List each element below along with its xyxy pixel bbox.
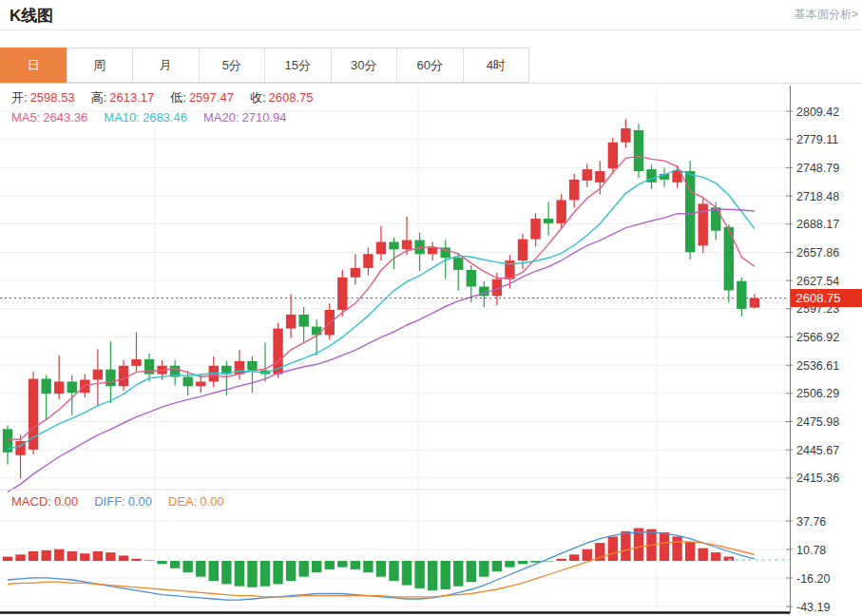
candle-body xyxy=(54,381,64,394)
y-axis-label: 2536.61 xyxy=(796,359,839,373)
macd-bar xyxy=(3,557,12,561)
candle-rise xyxy=(286,294,296,337)
macd-bar xyxy=(672,536,681,561)
candle-rise xyxy=(402,217,412,255)
candle-body xyxy=(608,143,618,168)
tab-day[interactable]: 日 xyxy=(0,48,67,83)
tab-m15[interactable]: 15分 xyxy=(264,48,332,83)
candle-body xyxy=(428,247,437,254)
candle-body xyxy=(131,359,141,366)
candle-body xyxy=(80,379,89,393)
current-price-value: 2608.75 xyxy=(796,291,841,305)
macd-bar xyxy=(93,551,103,561)
y-axis-label: 2718.48 xyxy=(796,190,839,203)
candle-rise xyxy=(530,213,540,246)
candle-body xyxy=(196,381,205,386)
macd-bar xyxy=(711,552,720,561)
macd-bar xyxy=(247,561,257,587)
candle-fall xyxy=(41,375,50,420)
macd-bar xyxy=(453,561,463,587)
candle-body xyxy=(119,366,128,387)
tab-m30[interactable]: 30分 xyxy=(331,48,398,83)
candle-fall xyxy=(544,202,553,235)
macd-y-axis-label: -16.20 xyxy=(796,572,830,586)
macd-pane[interactable]: 37.7610.78-16.20-43.19 xyxy=(0,515,830,614)
tab-m60[interactable]: 60分 xyxy=(396,48,464,83)
macd-bar xyxy=(556,559,565,561)
y-axis-label: 2445.67 xyxy=(796,444,839,457)
candle-body xyxy=(530,219,540,240)
y-axis-label: 2809.42 xyxy=(796,106,839,119)
candle-fall xyxy=(389,238,398,269)
tab-h4[interactable]: 4时 xyxy=(463,48,530,83)
macd-bar xyxy=(15,554,25,561)
candle-rise xyxy=(93,349,103,407)
main-pane[interactable]: 2809.422779.112748.792718.482688.172657.… xyxy=(0,106,839,492)
macd-bar xyxy=(699,549,708,561)
macd-bar xyxy=(273,561,282,584)
macd-bar xyxy=(144,560,154,561)
candle-body xyxy=(544,219,553,223)
macd-bar xyxy=(54,549,64,561)
period-tab-bar: 日周月5分15分30分60分4时 xyxy=(0,48,862,84)
y-axis-label: 2657.86 xyxy=(796,246,839,260)
candle-rise xyxy=(29,372,38,454)
page-title: K线图 xyxy=(10,5,53,27)
candle-body xyxy=(595,171,604,183)
macd-bar xyxy=(428,561,437,590)
macd-bar xyxy=(260,561,270,587)
macd-bar xyxy=(685,542,695,561)
candle-body xyxy=(312,327,321,336)
macd-bar xyxy=(402,561,412,586)
candle-fall xyxy=(646,164,656,188)
candle-body xyxy=(298,315,308,327)
y-axis-label: 2506.29 xyxy=(796,387,839,400)
candle-fall xyxy=(414,233,424,271)
candle-rise xyxy=(699,198,708,253)
candle-fall xyxy=(660,167,669,187)
tab-month[interactable]: 月 xyxy=(132,48,200,83)
macd-bar xyxy=(157,561,166,564)
candle-body xyxy=(105,370,115,387)
candle-body xyxy=(67,381,77,393)
y-axis-label: 2566.92 xyxy=(796,331,839,344)
macd-bar xyxy=(80,553,89,561)
candle-body xyxy=(711,207,720,230)
candle-fall xyxy=(737,278,746,317)
candle-body xyxy=(621,128,630,143)
kline-chart-canvas[interactable]: 2809.422779.112748.792718.482688.172657.… xyxy=(0,84,862,616)
macd-bar xyxy=(621,531,630,561)
candle-rise xyxy=(376,226,386,260)
chart-area: 2809.422779.112748.792718.482688.172657.… xyxy=(0,84,862,616)
macd-y-axis-label: 10.78 xyxy=(796,544,826,557)
macd-bar xyxy=(569,554,579,561)
candle-body xyxy=(93,370,103,380)
candle-body xyxy=(402,241,412,250)
candle-rise xyxy=(428,242,437,261)
macd-bar xyxy=(660,532,669,561)
candle-body xyxy=(583,169,592,181)
candle-fall xyxy=(634,124,643,178)
candle-fall xyxy=(170,360,180,385)
macd-bar xyxy=(363,561,373,572)
candle-rise xyxy=(54,356,64,399)
candle-rise xyxy=(15,434,25,478)
macd-bar xyxy=(351,561,360,569)
macd-bar xyxy=(29,551,38,561)
candle-rise xyxy=(363,247,373,275)
y-axis-label: 2415.36 xyxy=(796,472,839,485)
y-axis-label: 2688.17 xyxy=(796,218,839,231)
candle-body xyxy=(518,240,527,261)
header-divider xyxy=(0,29,862,30)
y-axis-label: 2475.98 xyxy=(796,415,839,429)
macd-bar xyxy=(325,561,335,569)
fundamental-analysis-link[interactable]: 基本面分析> xyxy=(795,7,858,23)
candle-fall xyxy=(260,342,270,381)
tab-m5[interactable]: 5分 xyxy=(199,48,266,83)
macd-bar xyxy=(505,561,514,568)
tab-week[interactable]: 周 xyxy=(67,48,134,83)
candle-body xyxy=(453,258,463,270)
macd-bar xyxy=(131,559,141,561)
macd-bar xyxy=(608,536,618,561)
current-price-tag: 2608.75 xyxy=(791,289,862,307)
